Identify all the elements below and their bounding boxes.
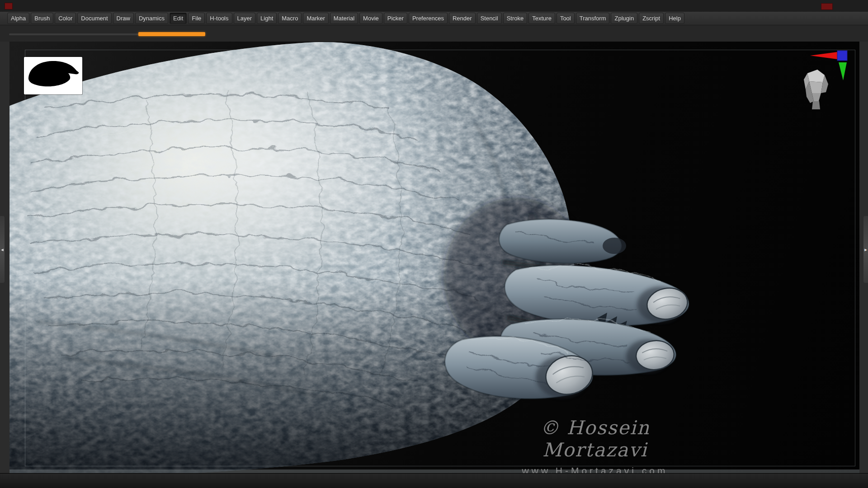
menu-item[interactable]: Color: [55, 13, 76, 24]
alpha-thumbnail[interactable]: [24, 57, 82, 94]
menu-item[interactable]: Draw: [113, 13, 134, 24]
menu-item[interactable]: Brush: [31, 13, 53, 24]
menu-bar: AlphaBrushColorDocumentDrawDynamicsEditF…: [0, 12, 868, 25]
sculpt-model[interactable]: [9, 42, 859, 473]
menu-item[interactable]: H-tools: [206, 13, 232, 24]
menu-item[interactable]: Movie: [359, 13, 382, 24]
menu-item[interactable]: Edit: [170, 13, 187, 24]
menu-item[interactable]: Preferences: [409, 13, 448, 24]
camera-orientation-gizmo[interactable]: [794, 50, 857, 129]
menu-item[interactable]: Texture: [528, 13, 555, 24]
menu-item[interactable]: Stroke: [503, 13, 528, 24]
axis-z-square-icon: [837, 51, 847, 61]
document-canvas[interactable]: © Hossein Mortazavi www.H-Mortazavi.com: [9, 42, 859, 473]
zbrush-window: AlphaBrushColorDocumentDrawDynamicsEditF…: [0, 0, 868, 488]
menu-item[interactable]: Layer: [234, 13, 256, 24]
menu-scroll-track: [9, 33, 139, 35]
menu-item[interactable]: Picker: [384, 13, 407, 24]
menu-item[interactable]: Zplugin: [611, 13, 637, 24]
menu-scroll-thumb[interactable]: [138, 32, 205, 36]
titlebar: [0, 0, 868, 12]
bottom-bar: [0, 473, 868, 488]
right-tray-arrow-icon: ▸: [864, 247, 867, 253]
menu-item[interactable]: Help: [665, 13, 684, 24]
menu-item[interactable]: Document: [77, 13, 111, 24]
axis-y-arrow-icon: [839, 62, 847, 80]
menu-scroll-area: [0, 25, 868, 42]
axis-x-arrow-icon: [810, 52, 837, 59]
left-tray-arrow-icon: ◂: [1, 247, 4, 253]
menu-item[interactable]: Zscript: [639, 13, 664, 24]
menu-item[interactable]: File: [188, 13, 205, 24]
menu-item[interactable]: Stencil: [477, 13, 502, 24]
right-tray-handle[interactable]: ▸: [863, 216, 868, 283]
alpha-silhouette-icon: [24, 57, 82, 94]
menu-item[interactable]: Render: [449, 13, 476, 24]
menu-item[interactable]: Macro: [278, 13, 302, 24]
toes-group: [443, 197, 690, 399]
left-tray-handle[interactable]: ◂: [0, 216, 5, 283]
polyframe-head-icon: [804, 70, 828, 109]
menu-item[interactable]: Alpha: [7, 13, 29, 24]
menu-item[interactable]: Transform: [576, 13, 610, 24]
menu-item[interactable]: Material: [330, 13, 358, 24]
menu-item[interactable]: Marker: [303, 13, 328, 24]
menu-item[interactable]: Tool: [557, 13, 575, 24]
menu-item[interactable]: Light: [257, 13, 277, 24]
titlebar-swatch-right: [821, 3, 833, 10]
titlebar-swatch-left: [5, 3, 13, 9]
document-bottom-edge: [9, 469, 859, 473]
menu-item[interactable]: Dynamics: [135, 13, 168, 24]
